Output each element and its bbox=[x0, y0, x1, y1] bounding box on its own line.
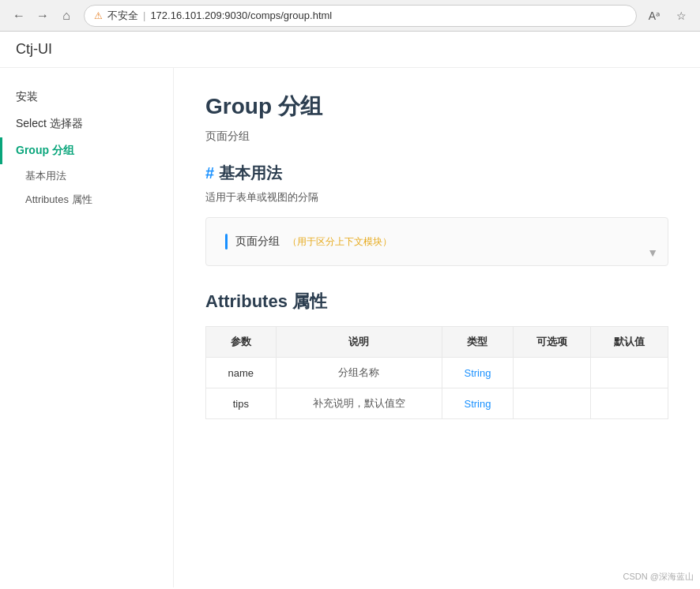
demo-toggle-button[interactable]: ▼ bbox=[647, 246, 658, 259]
param-name-cell: name bbox=[206, 358, 277, 388]
forward-button[interactable]: → bbox=[33, 6, 52, 25]
table-row: tips 补充说明，默认值空 String bbox=[206, 388, 668, 419]
app-title: Ctj-UI bbox=[16, 41, 52, 57]
home-button[interactable]: ⌂ bbox=[57, 6, 76, 25]
bookmark-button[interactable]: ☆ bbox=[672, 6, 691, 25]
sidebar-sub-item-basic-usage[interactable]: 基本用法 bbox=[0, 164, 173, 188]
url-text: 172.16.101.209:9030/comps/group.html bbox=[150, 9, 332, 21]
attributes-section-title: Attributes 属性 bbox=[205, 290, 668, 313]
sidebar-item-group[interactable]: Group 分组 bbox=[0, 137, 173, 164]
page-subtitle: 页面分组 bbox=[205, 129, 668, 144]
security-warning-icon: ⚠ bbox=[94, 10, 103, 21]
param-default-cell bbox=[591, 388, 668, 419]
demo-box: 页面分组 （用于区分上下文模块） ▼ bbox=[205, 217, 668, 266]
param-default-cell bbox=[591, 358, 668, 388]
param-options-cell bbox=[514, 388, 591, 419]
demo-group-label: 页面分组 bbox=[235, 234, 280, 249]
sidebar-item-select[interactable]: Select 选择器 bbox=[0, 111, 173, 137]
demo-group-tips: （用于区分上下文模块） bbox=[288, 235, 392, 249]
basic-section-desc: 适用于表单或视图的分隔 bbox=[205, 190, 668, 204]
param-options-cell bbox=[514, 358, 591, 388]
basic-section-heading: # 基本用法 bbox=[205, 163, 668, 184]
col-header-default: 默认值 bbox=[591, 327, 668, 358]
col-header-options: 可选项 bbox=[514, 327, 591, 358]
back-button[interactable]: ← bbox=[9, 6, 28, 25]
app-header: Ctj-UI bbox=[0, 32, 700, 68]
app-body: 安装 Select 选择器 Group 分组 基本用法 Attributes 属… bbox=[0, 68, 700, 587]
page-title: Group 分组 bbox=[205, 92, 668, 122]
nav-buttons: ← → ⌂ bbox=[9, 6, 76, 25]
param-desc-cell: 补充说明，默认值空 bbox=[276, 388, 442, 419]
col-header-param: 参数 bbox=[206, 327, 277, 358]
demo-group-item: 页面分组 （用于区分上下文模块） bbox=[225, 234, 649, 249]
col-header-desc: 说明 bbox=[276, 327, 442, 358]
param-type-cell: String bbox=[442, 388, 514, 419]
param-name-cell: tips bbox=[206, 388, 277, 419]
address-bar[interactable]: ⚠ 不安全 | 172.16.101.209:9030/comps/group.… bbox=[84, 5, 637, 27]
reader-button[interactable]: Aᵃ bbox=[645, 6, 664, 25]
param-type-cell: String bbox=[442, 358, 514, 388]
url-separator: | bbox=[143, 9, 145, 21]
browser-chrome: ← → ⌂ ⚠ 不安全 | 172.16.101.209:9030/comps/… bbox=[0, 0, 700, 32]
table-row: name 分组名称 String bbox=[206, 358, 668, 388]
attributes-table: 参数 说明 类型 可选项 默认值 name 分组名称 String tips 补… bbox=[205, 326, 668, 419]
param-desc-cell: 分组名称 bbox=[276, 358, 442, 388]
sidebar: 安装 Select 选择器 Group 分组 基本用法 Attributes 属… bbox=[0, 68, 174, 587]
watermark: CSDN @深海蓝山 bbox=[623, 571, 694, 583]
basic-section-title: 基本用法 bbox=[219, 163, 282, 184]
chevron-down-icon: ▼ bbox=[647, 246, 658, 259]
demo-group-bar bbox=[225, 234, 228, 249]
hash-icon: # bbox=[205, 164, 214, 182]
security-label: 不安全 bbox=[107, 9, 138, 23]
main-content: Group 分组 页面分组 # 基本用法 适用于表单或视图的分隔 页面分组 （用… bbox=[174, 68, 700, 587]
sidebar-sub-item-attributes[interactable]: Attributes 属性 bbox=[0, 188, 173, 212]
col-header-type: 类型 bbox=[442, 327, 514, 358]
sidebar-item-install[interactable]: 安装 bbox=[0, 84, 173, 111]
